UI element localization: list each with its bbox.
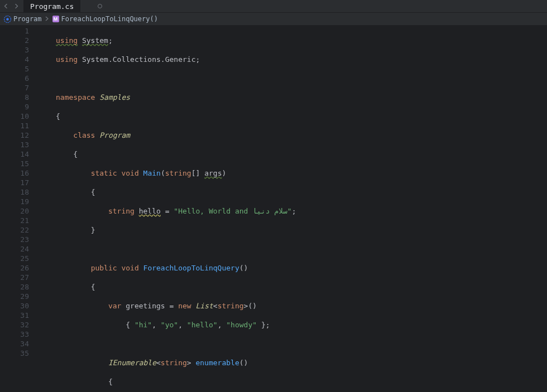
breadcrumb: Program M ForeachLoopToLinqQuery() (0, 12, 547, 25)
line-number: 21 (0, 216, 39, 225)
line-number: 2 (0, 36, 39, 45)
line-number: 10 (0, 112, 39, 121)
line-number: 8 (0, 93, 39, 102)
line-number: 14 (0, 149, 39, 159)
line-number: 7 (0, 83, 39, 93)
tab-title: Program.cs (30, 2, 74, 11)
line-number: 27 (0, 273, 39, 282)
svg-point-0 (98, 4, 102, 8)
line-number: 13 (0, 140, 39, 149)
line-number: 20 (0, 206, 39, 216)
csharp-class-icon (3, 15, 11, 23)
line-number: 6 (0, 74, 39, 83)
breadcrumb-method-label: ForeachLoopToLinqQuery() (61, 15, 158, 23)
line-number: 34 (0, 339, 39, 349)
breadcrumb-separator-icon (45, 15, 49, 23)
line-number: 22 (0, 225, 39, 235)
line-number: 29 (0, 292, 39, 301)
line-number: 26 (0, 263, 39, 273)
line-number: 18 (0, 187, 39, 197)
line-number: 12 (0, 130, 39, 140)
nav-back-icon[interactable] (1, 0, 11, 12)
line-number: 25 (0, 254, 39, 263)
line-number-gutter: 1234567891011121314151617181920212223242… (0, 25, 39, 392)
line-number: 33 (0, 330, 39, 339)
code-area[interactable]: using System; using System.Collections.G… (39, 25, 296, 392)
line-number: 16 (0, 168, 39, 178)
breadcrumb-class[interactable]: Program (3, 15, 42, 23)
line-number: 11 (0, 121, 39, 130)
line-number: 17 (0, 178, 39, 187)
line-number: 4 (0, 55, 39, 64)
tab-overflow-icon[interactable] (97, 2, 103, 11)
line-number: 28 (0, 282, 39, 292)
tab-bar: Program.cs (0, 0, 547, 12)
method-icon: M (52, 16, 59, 22)
line-number: 35 (0, 349, 39, 358)
line-number: 23 (0, 235, 39, 244)
line-number: 1 (0, 26, 39, 36)
breadcrumb-method[interactable]: M ForeachLoopToLinqQuery() (52, 15, 158, 23)
svg-point-2 (6, 18, 8, 20)
file-tab[interactable]: Program.cs (23, 0, 80, 12)
line-number: 31 (0, 311, 39, 320)
breadcrumb-class-label: Program (13, 15, 42, 23)
line-number: 3 (0, 45, 39, 55)
line-number: 19 (0, 197, 39, 206)
nav-forward-icon[interactable] (11, 0, 21, 12)
line-number: 5 (0, 64, 39, 74)
line-number: 15 (0, 159, 39, 168)
line-number: 32 (0, 320, 39, 330)
line-number: 30 (0, 301, 39, 311)
line-number: 9 (0, 102, 39, 112)
line-number: 24 (0, 244, 39, 254)
code-editor[interactable]: 1234567891011121314151617181920212223242… (0, 25, 547, 392)
